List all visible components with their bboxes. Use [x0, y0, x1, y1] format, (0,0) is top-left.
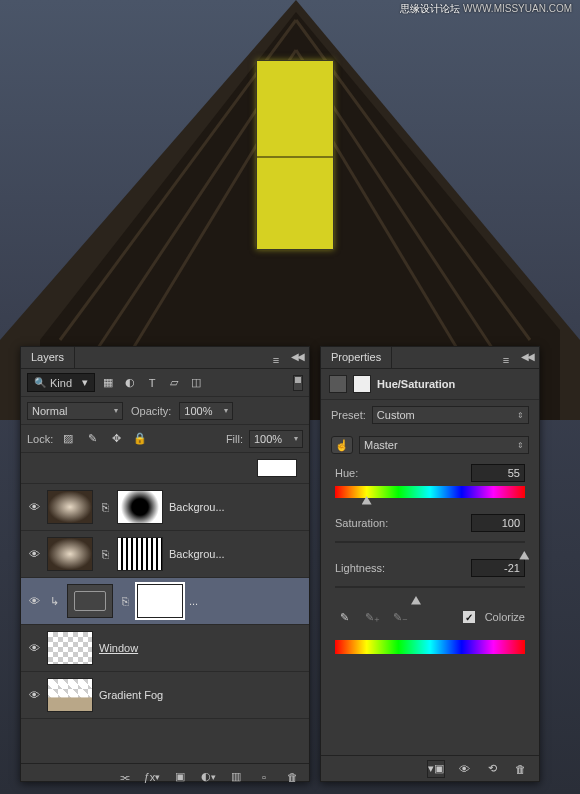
layer-thumb[interactable]: [47, 490, 93, 524]
layer-stub-row[interactable]: [21, 453, 309, 484]
group-icon[interactable]: ▥: [227, 768, 245, 786]
layer-mask-thumb[interactable]: [117, 537, 163, 571]
layer-row-selected[interactable]: 👁 ↳ ⎘ ...: [21, 578, 309, 625]
trash-icon[interactable]: 🗑: [283, 768, 301, 786]
panel-collapse-arrows[interactable]: ◀◀: [521, 351, 533, 362]
link-layers-icon[interactable]: ⫘: [115, 768, 133, 786]
chevron-down-icon: ▾: [82, 376, 88, 389]
visibility-eye-icon[interactable]: 👁: [27, 689, 41, 701]
tab-layers[interactable]: Layers: [21, 347, 75, 368]
layer-thumb[interactable]: [47, 537, 93, 571]
layer-row[interactable]: 👁 ⎘ Backgrou...: [21, 531, 309, 578]
filter-pixel-icon[interactable]: ▦: [99, 374, 117, 392]
filter-toggle-switch[interactable]: [293, 375, 303, 391]
layer-name[interactable]: Window: [99, 642, 303, 654]
watermark-url: WWW.MISSYUAN.COM: [463, 3, 572, 14]
chevron-down-icon: ▾: [114, 406, 118, 415]
visibility-eye-icon[interactable]: 👁: [27, 548, 41, 560]
properties-header: Hue/Saturation: [321, 369, 539, 400]
filter-kind-select[interactable]: 🔍 Kind ▾: [27, 373, 95, 392]
layer-link-icon: ⎘: [99, 501, 111, 513]
properties-title: Hue/Saturation: [377, 378, 455, 390]
fill-value: 100%: [254, 433, 282, 445]
lock-label: Lock:: [27, 433, 53, 445]
panel-menu-icon[interactable]: ≡: [497, 351, 515, 369]
layer-mask-thumb[interactable]: [137, 584, 183, 618]
eyedropper-subtract-icon[interactable]: ✎₋: [391, 608, 409, 626]
eyedropper-row: ✎ ✎₊ ✎₋ ✓ Colorize: [321, 600, 539, 632]
panel-menu-icon[interactable]: ≡: [267, 351, 285, 369]
saturation-value-field[interactable]: [471, 514, 525, 532]
lock-transparent-icon[interactable]: ▨: [59, 430, 77, 448]
preset-label: Preset:: [331, 409, 366, 421]
adjustment-layer-icon[interactable]: ◐▾: [199, 768, 217, 786]
lightness-value-field[interactable]: [471, 559, 525, 577]
house-window-light: [256, 60, 334, 250]
mask-icon[interactable]: [353, 375, 371, 393]
filter-shape-icon[interactable]: ▱: [165, 374, 183, 392]
colorize-label[interactable]: Colorize: [485, 611, 525, 623]
layer-adjustment-thumb[interactable]: [67, 584, 113, 618]
tab-properties[interactable]: Properties: [321, 347, 392, 368]
view-previous-icon[interactable]: 👁: [455, 760, 473, 778]
layer-mask-icon[interactable]: ▣: [171, 768, 189, 786]
layer-link-icon: ⎘: [119, 595, 131, 607]
eyedropper-icon[interactable]: ✎: [335, 608, 353, 626]
blend-mode-value: Normal: [32, 405, 67, 417]
new-layer-icon[interactable]: ▫: [255, 768, 273, 786]
saturation-slider-group: Saturation:: [321, 510, 539, 555]
panel-collapse-arrows[interactable]: ◀◀: [291, 351, 303, 362]
layer-thumb[interactable]: [47, 631, 93, 665]
layer-row[interactable]: 👁 ⎘ Backgrou...: [21, 484, 309, 531]
eyedropper-add-icon[interactable]: ✎₊: [363, 608, 381, 626]
trash-icon[interactable]: 🗑: [511, 760, 529, 778]
layer-thumb[interactable]: [47, 678, 93, 712]
visibility-eye-icon[interactable]: 👁: [27, 501, 41, 513]
hue-value-field[interactable]: [471, 464, 525, 482]
channel-value: Master: [364, 439, 398, 451]
filter-adjustment-icon[interactable]: ◐: [121, 374, 139, 392]
layer-name[interactable]: Backgrou...: [169, 548, 303, 560]
opacity-label: Opacity:: [131, 405, 171, 417]
saturation-slider[interactable]: [335, 541, 525, 543]
channel-select[interactable]: Master ⇕: [359, 436, 529, 454]
lightness-slider[interactable]: [335, 586, 525, 588]
filter-text-icon[interactable]: T: [143, 374, 161, 392]
targeted-adjust-icon[interactable]: ☝: [331, 436, 353, 454]
hue-slider[interactable]: [335, 486, 525, 498]
preset-row: Preset: Custom ⇕: [321, 400, 539, 430]
opacity-field[interactable]: 100% ▾: [179, 402, 233, 420]
visibility-eye-icon[interactable]: 👁: [27, 642, 41, 654]
filter-smart-icon[interactable]: ◫: [187, 374, 205, 392]
clip-to-layer-icon[interactable]: ▾▣: [427, 760, 445, 778]
color-spectrum-bar: [335, 640, 525, 654]
fill-field[interactable]: 100% ▾: [249, 430, 303, 448]
hue-slider-group: Hue:: [321, 460, 539, 510]
visibility-eye-icon[interactable]: 👁: [27, 595, 41, 607]
layer-row[interactable]: 👁 Gradient Fog: [21, 672, 309, 719]
blend-mode-select[interactable]: Normal ▾: [27, 402, 123, 420]
lock-brush-icon[interactable]: ✎: [83, 430, 101, 448]
colorize-checkbox[interactable]: ✓: [463, 611, 475, 623]
reset-icon[interactable]: ⟲: [483, 760, 501, 778]
chevron-down-icon: ▾: [294, 434, 298, 443]
layer-list: 👁 ⎘ Backgrou... 👁 ⎘ Backgrou... 👁 ↳ ⎘ ..…: [21, 453, 309, 763]
adjustment-icon[interactable]: [329, 375, 347, 393]
layer-row[interactable]: 👁 Window: [21, 625, 309, 672]
slider-thumb[interactable]: [362, 496, 372, 508]
lock-position-icon[interactable]: ✥: [107, 430, 125, 448]
panel-tab-row: Properties ◀◀ ≡: [321, 347, 539, 369]
preset-select[interactable]: Custom ⇕: [372, 406, 529, 424]
search-icon: 🔍: [34, 377, 46, 388]
fx-icon[interactable]: ƒx▾: [143, 768, 161, 786]
chevron-down-icon: ▾: [224, 406, 228, 415]
lock-all-icon[interactable]: 🔒: [131, 430, 149, 448]
chevron-updown-icon: ⇕: [517, 441, 524, 450]
layer-name[interactable]: Gradient Fog: [99, 689, 303, 701]
layer-name[interactable]: ...: [189, 595, 303, 607]
layer-name[interactable]: Backgrou...: [169, 501, 303, 513]
layer-mask-thumb[interactable]: [117, 490, 163, 524]
preset-value: Custom: [377, 409, 415, 421]
blend-opacity-row: Normal ▾ Opacity: 100% ▾: [21, 397, 309, 425]
chevron-updown-icon: ⇕: [517, 411, 524, 420]
